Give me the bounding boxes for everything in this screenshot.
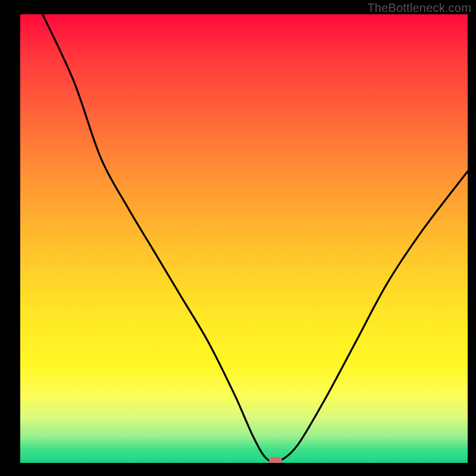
optimal-marker (269, 457, 282, 463)
chart-frame: TheBottleneck.com (0, 0, 476, 476)
bottleneck-curve (20, 14, 468, 463)
watermark-text: TheBottleneck.com (367, 1, 471, 15)
plot-area (20, 14, 468, 463)
